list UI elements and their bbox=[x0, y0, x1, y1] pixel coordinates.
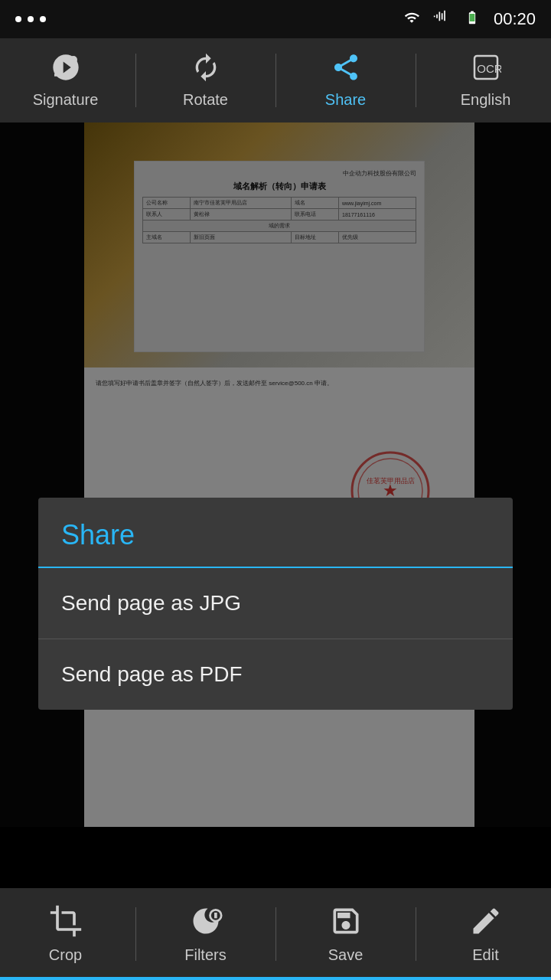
ocr-icon: OCR bbox=[471, 52, 501, 87]
bottom-item-filters[interactable]: Filters bbox=[145, 904, 267, 964]
svg-text:OCR: OCR bbox=[477, 62, 501, 75]
bottom-label-filters: Filters bbox=[184, 946, 226, 964]
share-icon bbox=[331, 52, 361, 87]
toolbar-item-share[interactable]: Share bbox=[285, 52, 407, 109]
dot-2 bbox=[28, 16, 34, 22]
status-right: 00:20 bbox=[402, 9, 536, 29]
share-modal-overlay bbox=[0, 122, 551, 827]
bottom-label-save: Save bbox=[328, 946, 364, 964]
toolbar-label-signature: Signature bbox=[33, 91, 99, 109]
bottom-label-crop: Crop bbox=[49, 946, 82, 964]
status-time: 00:20 bbox=[494, 9, 536, 29]
status-dots bbox=[15, 16, 46, 22]
toolbar-divider-1 bbox=[135, 54, 136, 107]
save-icon bbox=[329, 904, 363, 942]
dot-3 bbox=[40, 16, 46, 22]
toolbar-label-rotate: Rotate bbox=[183, 91, 228, 109]
wifi-icon bbox=[402, 10, 422, 28]
toolbar-label-english: English bbox=[461, 91, 511, 109]
share-modal: Share Send page as JPG Send page as PDF bbox=[38, 498, 513, 710]
status-bar: 00:20 bbox=[0, 0, 551, 38]
top-toolbar: Signature Rotate Share OCR English bbox=[0, 38, 551, 122]
bottom-divider-2 bbox=[276, 907, 276, 961]
dot-1 bbox=[15, 16, 21, 22]
toolbar-label-share: Share bbox=[325, 91, 366, 109]
share-modal-header: Share bbox=[38, 498, 513, 568]
rotate-icon bbox=[191, 52, 221, 87]
svg-rect-1 bbox=[471, 11, 473, 13]
toolbar-divider-3 bbox=[416, 54, 416, 107]
document-area: 中企动力科技股份有限公司 域名解析（转向）申请表 公司名称 南宁市佳茗芙甲用品店… bbox=[0, 122, 551, 827]
signature-icon bbox=[51, 52, 81, 87]
crop-icon bbox=[49, 904, 83, 942]
bottom-item-crop[interactable]: Crop bbox=[5, 904, 127, 964]
bottom-label-edit: Edit bbox=[472, 946, 498, 964]
toolbar-divider-2 bbox=[276, 54, 276, 107]
toolbar-item-english[interactable]: OCR English bbox=[425, 52, 547, 109]
svg-point-2 bbox=[70, 56, 77, 64]
toolbar-item-rotate[interactable]: Rotate bbox=[145, 52, 267, 109]
battery-icon bbox=[460, 10, 484, 28]
share-option-pdf[interactable]: Send page as PDF bbox=[38, 639, 513, 710]
bottom-item-edit[interactable]: Edit bbox=[425, 904, 547, 964]
edit-icon bbox=[469, 904, 503, 942]
bottom-active-bar bbox=[0, 977, 551, 980]
share-option-jpg[interactable]: Send page as JPG bbox=[38, 568, 513, 639]
bottom-divider-3 bbox=[416, 907, 416, 961]
signal-icon bbox=[431, 10, 451, 28]
filters-icon bbox=[189, 904, 223, 942]
toolbar-item-signature[interactable]: Signature bbox=[5, 52, 127, 109]
svg-rect-0 bbox=[470, 14, 475, 21]
bottom-toolbar: Crop Filters Save Edit bbox=[0, 888, 551, 980]
bottom-divider-1 bbox=[135, 907, 136, 961]
share-modal-title: Share bbox=[61, 519, 490, 551]
bottom-item-save[interactable]: Save bbox=[285, 904, 407, 964]
